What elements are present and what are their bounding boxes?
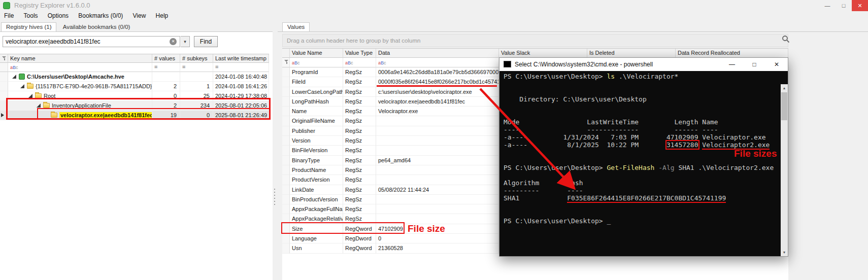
menu-bookmarks[interactable]: Bookmarks (0/0) xyxy=(74,11,127,21)
value-data-cell: velociraptor.exe|aeedbdb141f81fec xyxy=(376,97,499,107)
value-name-cell: LowerCaseLongPath xyxy=(290,87,343,97)
registry-explorer-window: Registry Explorer v1.6.0.0 — □ ✕ File To… xyxy=(0,0,868,280)
tree-values-cell: 2 xyxy=(152,101,180,111)
menu-tools[interactable]: Tools xyxy=(20,11,42,21)
col-value-name[interactable]: Value Name xyxy=(290,49,343,58)
tree-key-label: C:\Users\user\Desktop\Amcache.hve xyxy=(27,74,124,80)
col-data-record-reallocated[interactable]: Data Record Reallocated xyxy=(676,49,788,58)
clear-search-icon[interactable]: ✕ xyxy=(170,38,177,45)
value-data-cell: pe64_amd64 xyxy=(376,156,499,165)
value-name-cell: AppxPackageRelativeId xyxy=(290,214,343,224)
col-key-name[interactable]: Key name xyxy=(8,54,152,63)
selected-row-arrow-icon xyxy=(1,113,4,117)
value-name-cell: ProductName xyxy=(290,165,343,175)
tree-filter-row[interactable]: aBc = = = xyxy=(0,63,269,72)
tree-values-cell: 0 xyxy=(152,91,180,101)
close-button[interactable]: ✕ xyxy=(852,0,868,11)
maximize-button[interactable]: □ xyxy=(836,0,852,11)
tree-subkeys-cell xyxy=(180,72,213,82)
tree-subkeys-cell: 0 xyxy=(180,111,213,120)
expand-triangle-icon[interactable] xyxy=(37,103,41,108)
hive-icon xyxy=(19,74,25,80)
tree-row-velociraptor[interactable]: velociraptor.exe|aeedbdb141f81fec 19 0 2… xyxy=(0,111,269,120)
terminal-line: -a---- 1/31/2024 7:03 PM 47102909 Veloci… xyxy=(504,133,766,141)
scroll-up-icon[interactable]: ▲ xyxy=(781,84,788,92)
prompt: PS C:\Users\user\Desktop> xyxy=(504,217,607,225)
menu-file[interactable]: File xyxy=(0,11,18,21)
values-header-row: Value Name Value Type Data Value Slack I… xyxy=(282,49,788,58)
col-value-slack[interactable]: Value Slack xyxy=(499,49,587,58)
tab-available-bookmarks[interactable]: Available bookmarks (0/0) xyxy=(58,23,135,32)
filter-timestamp-cell[interactable]: = xyxy=(213,63,269,72)
col-num-values[interactable]: # values xyxy=(152,54,180,63)
value-type-cell: RegSz xyxy=(343,195,376,204)
tab-strip: Registry hives (1) Available bookmarks (… xyxy=(0,22,868,31)
terminal-close-button[interactable]: ✕ xyxy=(765,58,788,71)
value-data-cell: 0006a9e1462c26dd8a181a0e79cb5d3666970000… xyxy=(376,67,499,77)
tree-row-inventory-application-file[interactable]: InventoryApplicationFile 2 234 2025-08-0… xyxy=(0,101,269,111)
col-num-subkeys[interactable]: # subkeys xyxy=(180,54,213,63)
terminal-line: PS C:\Users\user\Desktop> ls .\Velocirap… xyxy=(504,73,678,80)
find-button[interactable]: Find xyxy=(194,36,218,47)
tree-subkeys-cell: 234 xyxy=(180,101,213,111)
search-icon[interactable] xyxy=(782,35,790,44)
value-name-cell: LongPathHash xyxy=(290,97,343,107)
value-data-cell xyxy=(376,146,499,155)
menu-options[interactable]: Options xyxy=(44,11,73,21)
value-name-cell: BinaryType xyxy=(290,156,343,165)
command-text: ls xyxy=(607,73,615,80)
minimize-button[interactable]: — xyxy=(819,0,836,11)
col-is-deleted[interactable]: Is Deleted xyxy=(587,49,676,58)
expand-triangle-icon[interactable] xyxy=(12,75,16,79)
terminal-scrollbar[interactable]: ▲ ▼ xyxy=(781,84,788,256)
scroll-down-icon[interactable]: ▼ xyxy=(781,249,788,256)
terminal-line: Algorithm Hash xyxy=(504,179,583,187)
tree-row-root[interactable]: Root 0 25 2024-01-29 17:38:08 xyxy=(0,91,269,101)
cursor: _ xyxy=(607,217,611,225)
col-data[interactable]: Data xyxy=(376,49,499,58)
value-name-cell: ProgramId xyxy=(290,67,343,77)
search-input[interactable] xyxy=(3,36,180,47)
value-type-cell: RegSz xyxy=(343,165,376,175)
tab-registry-hives[interactable]: Registry hives (1) xyxy=(1,22,56,31)
filter-subkeys-cell[interactable]: = xyxy=(180,63,213,72)
value-data-cell xyxy=(376,195,499,204)
value-type-cell: RegSz xyxy=(343,126,376,136)
tree-row-guid[interactable]: {11517B7C-E79D-4e20-961B-75A811715ADD} 2… xyxy=(0,82,269,91)
menu-help[interactable]: Help xyxy=(152,11,173,21)
tab-values[interactable]: Values xyxy=(282,22,310,31)
underlined-file-name: Velociraptor2.exe xyxy=(702,141,770,150)
tree-subkeys-cell: 1 xyxy=(180,82,213,91)
search-dropdown-icon[interactable]: ▾ xyxy=(181,36,190,47)
terminal-line: Mode LastWriteTime Length Name xyxy=(504,118,718,126)
folder-icon xyxy=(27,84,34,89)
terminal-line: PS C:\Users\user\Desktop> Get-FileHash -… xyxy=(504,164,774,171)
value-type-cell: RegSz xyxy=(343,175,376,185)
panel-splitter[interactable] xyxy=(274,189,276,207)
expand-triangle-icon[interactable] xyxy=(20,84,24,88)
terminal-title-bar[interactable]: Select C:\Windows\system32\cmd.exe - pow… xyxy=(499,58,788,71)
value-type-cell: RegSz xyxy=(343,204,376,214)
tree-timestamp-cell: 2024-01-08 16:41:26 xyxy=(213,82,269,91)
powershell-window: Select C:\Windows\system32\cmd.exe - pow… xyxy=(499,57,788,257)
tree-row-hive[interactable]: C:\Users\user\Desktop\Amcache.hve 2024-0… xyxy=(0,72,269,82)
value-name-cell: BinFileVersion xyxy=(290,146,343,155)
terminal-line: ---- ------------- ------ ---- xyxy=(504,126,718,133)
expand-triangle-icon[interactable] xyxy=(28,94,32,98)
tree-timestamp-cell: 2024-01-29 17:38:08 xyxy=(213,91,269,101)
terminal-maximize-button[interactable]: □ xyxy=(743,58,765,71)
value-type-cell: RegSz xyxy=(343,77,376,87)
col-value-type[interactable]: Value Type xyxy=(343,49,376,58)
terminal-minimize-button[interactable]: — xyxy=(721,58,743,71)
filter-values-cell[interactable]: = xyxy=(152,63,180,72)
menu-view[interactable]: View xyxy=(129,11,150,21)
tree-timestamp-cell: 2024-01-08 16:40:48 xyxy=(213,72,269,82)
group-by-bar[interactable]: Drag a column header here to group by th… xyxy=(282,34,788,47)
col-last-write[interactable]: Last write timestamp xyxy=(213,54,269,63)
filter-keyname-cell[interactable]: aBc xyxy=(8,63,152,72)
terminal-output[interactable]: PS C:\Users\user\Desktop> ls .\Velocirap… xyxy=(499,71,788,256)
value-name-cell: Name xyxy=(290,107,343,116)
scrollbar-thumb[interactable] xyxy=(781,92,787,120)
abc-filter-icon: aBc xyxy=(345,60,353,65)
command-text: Get-FileHash xyxy=(607,164,655,171)
